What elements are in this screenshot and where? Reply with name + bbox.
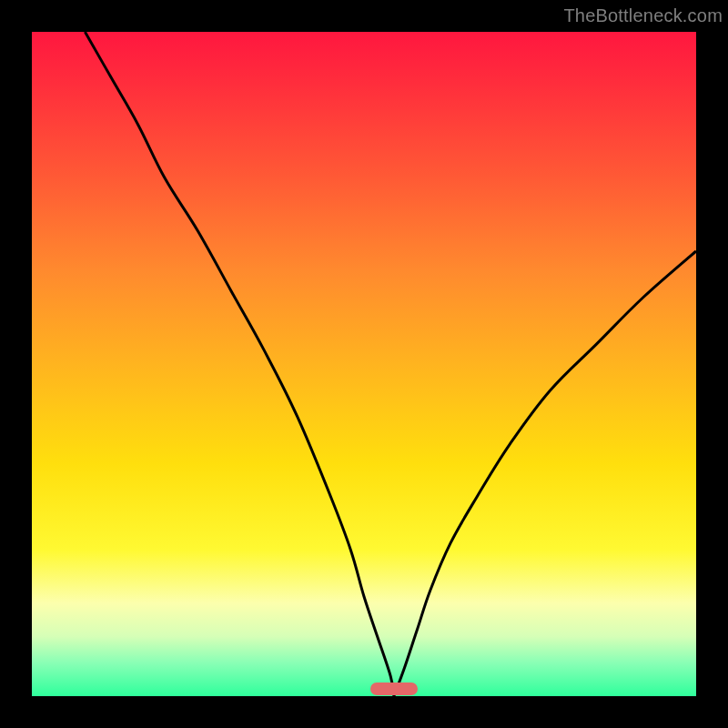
plot-area [32,32,696,696]
chart-frame: TheBottleneck.com [0,0,728,728]
curve-path [85,32,696,696]
bottleneck-curve [32,32,696,696]
optimum-marker [370,682,418,695]
watermark-text: TheBottleneck.com [563,5,723,26]
